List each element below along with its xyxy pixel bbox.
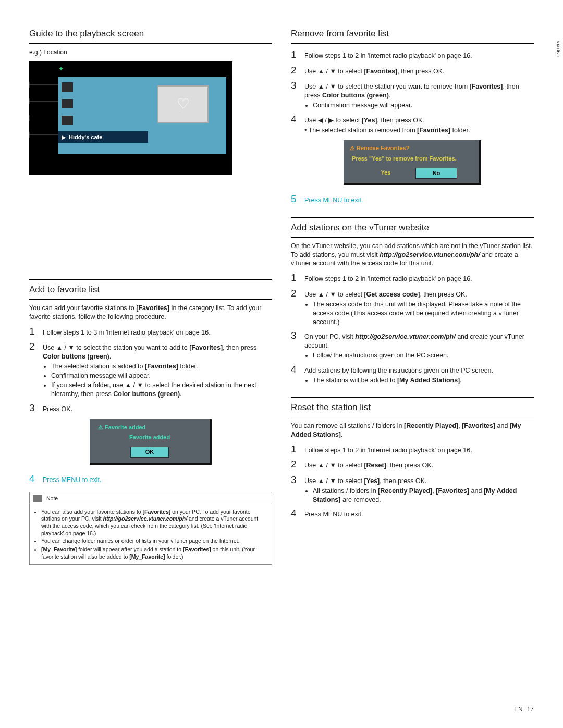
reset-intro: You can remove all stations / folders in…: [291, 422, 534, 439]
note-item: You can also add your favorite stations …: [41, 509, 267, 537]
remove-favorite-heading: Remove from favorite list: [291, 28, 534, 44]
step-number: 1: [29, 325, 38, 338]
rm-step1: Follow steps 1 to 2 in 'Internet radio p…: [304, 52, 534, 60]
rs-step1: Follow steps 1 to 2 in 'Internet radio p…: [304, 446, 534, 455]
language-tab: English: [556, 41, 560, 57]
note-box: Note You can also add your favorite stat…: [29, 492, 272, 565]
rm-step4: Use ◀ / ▶ to select [Yes], then press OK…: [304, 116, 534, 135]
vt-step1: Follow steps 1 to 2 in 'Internet radio p…: [304, 275, 534, 283]
step-number: 2: [29, 340, 38, 353]
note-label: Note: [46, 495, 58, 502]
step-number: 1: [291, 48, 299, 61]
add-favorite-heading: Add to favorite list: [29, 279, 272, 296]
eg-location-label: e.g.) Location: [29, 48, 272, 56]
step-number: 5: [291, 192, 299, 206]
step-number: 3: [291, 329, 299, 342]
dialog-title: ⚠ Remove Favorites?: [350, 144, 475, 152]
note-item: [My_Favorite] folder will appear after y…: [41, 546, 267, 560]
step-number: 1: [291, 271, 299, 285]
note-item: You can change folder names or order of …: [41, 538, 267, 545]
add-fav-step1: Follow steps 1 to 3 in 'Internet radio p…: [43, 328, 272, 337]
rm-step5: Press MENU to exit.: [304, 196, 534, 205]
add-vtuner-heading: Add stations on the vTuner website: [291, 217, 534, 234]
favorite-added-dialog: ⚠ Favorite added Favorite added OK: [90, 419, 212, 465]
dialog-subtitle: Favorite added: [94, 434, 205, 441]
step-number: 4: [291, 507, 299, 520]
vt-step2: Use ▲ / ▼ to select [Get access code], t…: [304, 290, 534, 327]
note-icon: [33, 495, 42, 502]
right-column: Remove from favorite list 1 Follow steps…: [291, 28, 534, 565]
remove-favorites-dialog: ⚠ Remove Favorites? Press "Yes" to remov…: [344, 140, 481, 186]
add-favorite-intro: You can add your favorite stations to [F…: [29, 304, 272, 322]
dialog-no-button[interactable]: No: [415, 168, 457, 179]
dialog-message: Press "Yes" to remove from Favorites.: [352, 155, 475, 163]
vt-step3: On your PC, visit http://go2service.vtun…: [304, 332, 534, 361]
rs-step3: Use ▲ / ▼ to select [Yes], then press OK…: [304, 477, 534, 505]
guide-playback-heading: Guide to the playback screen: [29, 28, 272, 44]
add-fav-step2: Use ▲ / ▼ to select the station you want…: [43, 343, 272, 399]
playback-screenshot: ✦ ♡ ▶ Hiddy's cafe: [29, 61, 232, 175]
step-number: 2: [291, 287, 299, 300]
selected-station-label: Hiddy's cafe: [69, 133, 102, 141]
add-fav-step3: Press OK.: [43, 405, 272, 414]
dialog-ok-button[interactable]: OK: [130, 447, 169, 458]
step-number: 2: [291, 458, 299, 471]
dialog-title: ⚠ Favorite added: [98, 424, 205, 431]
vt-step4: Add stations by following the instructio…: [304, 366, 534, 386]
add-fav-step4: Press MENU to exit.: [43, 476, 272, 485]
step-number: 2: [291, 64, 299, 77]
reset-station-heading: Reset the station list: [291, 397, 534, 414]
rs-step4: Press MENU to exit.: [304, 510, 534, 519]
rm-step3: Use ▲ / ▼ to select the station you want…: [304, 82, 534, 110]
step-number: 4: [291, 363, 299, 376]
step-number: 4: [29, 472, 38, 486]
step-number: 4: [291, 113, 299, 126]
step-number: 1: [291, 442, 299, 456]
dialog-yes-button[interactable]: Yes: [365, 168, 406, 179]
step-number: 3: [29, 401, 38, 415]
left-column: Guide to the playback screen e.g.) Locat…: [29, 28, 272, 565]
step-number: 3: [291, 473, 299, 487]
rs-step2: Use ▲ / ▼ to select [Reset], then press …: [304, 461, 534, 470]
vtuner-intro: On the vTuner website, you can add stati…: [291, 242, 534, 268]
step-number: 3: [291, 79, 299, 92]
page-footer: EN17: [514, 705, 534, 713]
rm-step2: Use ▲ / ▼ to select [Favorites], then pr…: [304, 67, 534, 76]
